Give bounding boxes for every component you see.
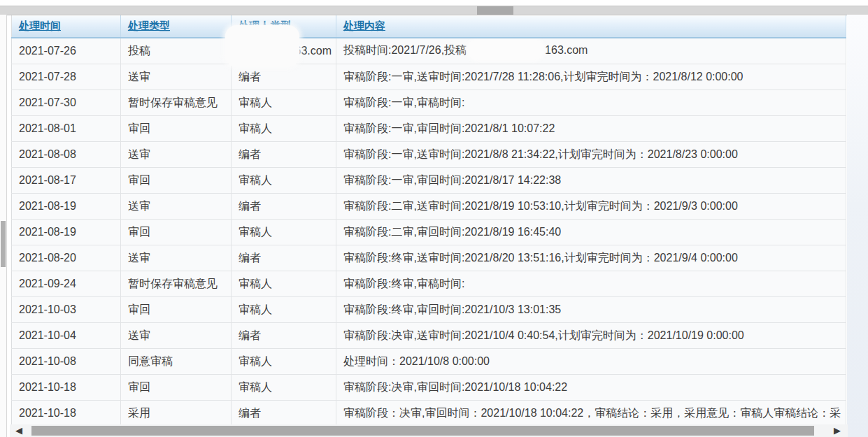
table-row: 2021-10-18审回审稿人审稿阶段:决审,审回时间:2021/10/18 1… [12, 375, 846, 401]
cell-actor-type: 编者 [232, 64, 336, 90]
cell-actor-type: 审稿人 [232, 220, 336, 245]
cell-process-time: 2021-10-08 [12, 349, 121, 375]
table-row: 2021-10-03审回审稿人审稿阶段:终审,审回时间:2021/10/3 13… [12, 297, 846, 323]
cell-process-content: 投稿时间:2021/7/26,投稿163.com [336, 38, 846, 64]
table-row: 2021-10-18采用编者审稿阶段：决审,审回时间：2021/10/18 10… [12, 401, 846, 427]
cell-actor-type: 审稿人 [232, 90, 336, 116]
top-horizontal-scrollbar[interactable] [0, 6, 868, 15]
review-history-screen: 处理时间处理类型处理人类型处理内容 2021-07-26投稿63.com投稿时间… [0, 0, 868, 437]
redaction-blur-inline [468, 39, 543, 60]
cell-process-type: 送审 [121, 194, 232, 220]
cell-actor-type: 编者 [232, 142, 336, 168]
cell-process-content: 审稿阶段:终审,审稿时间: [336, 271, 846, 297]
cell-actor-type: 审稿人 [232, 375, 336, 401]
cell-process-time: 2021-10-03 [12, 297, 121, 323]
table-row: 2021-10-04送审编者审稿阶段:决审,送审时间:2021/10/4 0:4… [12, 323, 846, 349]
table-row: 2021-08-17审回审稿人审稿阶段:一审,审回时间:2021/8/17 14… [12, 168, 846, 194]
table-row: 2021-08-20送审编者审稿阶段:终审,送审时间:2021/8/20 13:… [12, 245, 846, 271]
cell-process-content: 审稿阶段:终审,审回时间:2021/10/3 13:01:35 [336, 297, 846, 323]
table-row: 2021-07-30暂时保存审稿意见审稿人审稿阶段:一审,审稿时间: [12, 90, 846, 116]
cell-process-type: 审回 [121, 220, 232, 245]
cell-process-time: 2021-08-01 [12, 116, 121, 142]
cell-process-content: 审稿阶段:二审,审回时间:2021/8/19 16:45:40 [336, 220, 846, 245]
cell-process-time: 2021-07-28 [12, 64, 121, 90]
cell-process-type: 采用 [121, 401, 232, 427]
column-header-content[interactable]: 处理内容 [336, 15, 846, 38]
cell-process-time: 2021-08-19 [12, 194, 121, 220]
process-history-table: 处理时间处理类型处理人类型处理内容 2021-07-26投稿63.com投稿时间… [11, 15, 846, 427]
cell-process-content: 审稿阶段:二审,送审时间:2021/8/19 10:53:10,计划审完时间为：… [336, 194, 846, 220]
cell-process-time: 2021-08-19 [12, 220, 121, 245]
table-row: 2021-08-08送审编者审稿阶段:一审,送审时间:2021/8/8 21:3… [12, 142, 846, 168]
header-row: 处理时间处理类型处理人类型处理内容 [12, 15, 846, 38]
scroll-right-arrow-icon[interactable]: ▶ [834, 425, 841, 436]
cell-process-content: 审稿阶段:决审,审回时间:2021/10/18 10:04:22 [336, 375, 846, 401]
cell-process-content: 审稿阶段:决审,送审时间:2021/10/4 0:40:54,计划审完时间为：2… [336, 323, 846, 349]
table-row: 2021-07-28送审编者审稿阶段:一审,送审时间:2021/7/28 11:… [12, 64, 846, 90]
cell-process-time: 2021-08-17 [12, 168, 121, 194]
cell-process-type: 审回 [121, 297, 232, 323]
cell-process-type: 送审 [121, 323, 232, 349]
cell-process-type: 暂时保存审稿意见 [121, 90, 232, 116]
cell-process-type: 送审 [121, 142, 232, 168]
cell-process-time: 2021-07-30 [12, 90, 121, 116]
table-row: 2021-08-01审回审稿人审稿阶段:一审,审回时间:2021/8/1 10:… [12, 116, 846, 142]
cell-process-type: 审回 [121, 375, 232, 401]
cell-process-time: 2021-07-26 [12, 38, 121, 64]
cell-process-time: 2021-10-04 [12, 323, 121, 349]
table-row: 2021-07-26投稿63.com投稿时间:2021/7/26,投稿163.c… [12, 38, 846, 64]
cell-actor-type: 编者 [232, 194, 336, 220]
left-vertical-scrollbar[interactable] [0, 15, 7, 437]
redaction-blur [225, 25, 299, 67]
cell-process-time: 2021-08-08 [12, 142, 121, 168]
cell-process-content: 审稿阶段:一审,审稿时间: [336, 90, 846, 116]
cell-process-time: 2021-09-24 [12, 271, 121, 297]
cell-process-type: 审回 [121, 168, 232, 194]
cell-actor-type: 编者 [232, 401, 336, 427]
cell-actor-type: 审稿人 [232, 271, 336, 297]
cell-process-type: 暂时保存审稿意见 [121, 271, 232, 297]
right-gutter-panel [847, 15, 868, 437]
column-header-type[interactable]: 处理类型 [121, 15, 232, 38]
cell-actor-type: 审稿人 [232, 168, 336, 194]
left-scrollbar-thumb[interactable] [1, 221, 6, 267]
top-scrollbar-thumb[interactable] [477, 6, 513, 15]
cell-actor-type: 编者 [232, 323, 336, 349]
table-header: 处理时间处理类型处理人类型处理内容 [12, 15, 846, 38]
cell-process-type: 送审 [121, 64, 232, 90]
cell-process-content: 审稿阶段:一审,送审时间:2021/8/8 21:34:22,计划审完时间为：2… [336, 142, 846, 168]
scroll-left-arrow-icon[interactable]: ◀ [15, 425, 22, 436]
cell-process-content: 审稿阶段:一审,审回时间:2021/8/17 14:22:38 [336, 168, 846, 194]
cell-process-content: 处理时间：2021/10/8 0:00:00 [336, 349, 846, 375]
table-row: 2021-10-08同意审稿审稿人处理时间：2021/10/8 0:00:00 [12, 349, 846, 375]
column-header-time[interactable]: 处理时间 [12, 15, 121, 38]
cell-process-content: 审稿阶段:一审,送审时间:2021/7/28 11:28:06,计划审完时间为：… [336, 64, 846, 90]
cell-process-time: 2021-10-18 [12, 401, 121, 427]
bottom-scrollbar-thumb[interactable] [31, 426, 814, 436]
cell-process-content: 审稿阶段：决审,审回时间：2021/10/18 10:04:22，审稿结论：采用… [336, 401, 846, 427]
cell-process-type: 送审 [121, 245, 232, 271]
cell-process-type: 审回 [121, 116, 232, 142]
table-row: 2021-09-24暂时保存审稿意见审稿人审稿阶段:终审,审稿时间: [12, 271, 846, 297]
cell-process-content: 审稿阶段:终审,送审时间:2021/8/20 13:51:16,计划审完时间为：… [336, 245, 846, 271]
cell-actor-type: 审稿人 [232, 349, 336, 375]
cell-process-content: 审稿阶段:一审,审回时间:2021/8/1 10:07:22 [336, 116, 846, 142]
cell-actor-type: 审稿人 [232, 297, 336, 323]
bottom-horizontal-scrollbar[interactable]: ◀ ▶ [10, 424, 848, 437]
cell-process-time: 2021-10-18 [12, 375, 121, 401]
cell-actor-type: 审稿人 [232, 116, 336, 142]
cell-actor-type: 编者 [232, 245, 336, 271]
cell-process-time: 2021-08-20 [12, 245, 121, 271]
table-row: 2021-08-19送审编者审稿阶段:二审,送审时间:2021/8/19 10:… [12, 194, 846, 220]
table-row: 2021-08-19审回审稿人审稿阶段:二审,审回时间:2021/8/19 16… [12, 220, 846, 245]
cell-process-type: 投稿 [121, 38, 232, 64]
cell-process-type: 同意审稿 [121, 349, 232, 375]
